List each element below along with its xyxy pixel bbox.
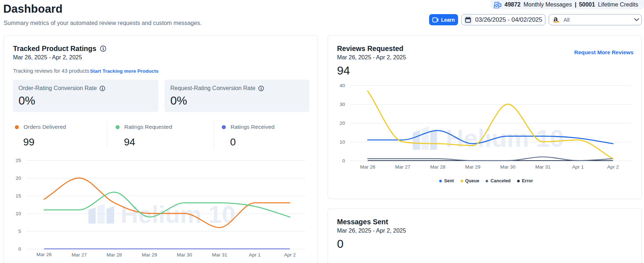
- svg-text:Apr 2: Apr 2: [607, 164, 619, 170]
- svg-text:Mar 30: Mar 30: [500, 164, 515, 170]
- svg-text:Mar 29: Mar 29: [465, 164, 481, 170]
- svg-text:15: 15: [16, 193, 21, 199]
- svg-text:Mar 30: Mar 30: [177, 252, 192, 258]
- svg-text:Mar 31: Mar 31: [212, 252, 227, 258]
- svg-text:Apr 2: Apr 2: [284, 252, 296, 258]
- svg-text:5: 5: [18, 229, 21, 234]
- svg-text:a: a: [553, 16, 558, 23]
- svg-text:Helium 10: Helium 10: [121, 201, 236, 228]
- svg-text:Helium 10: Helium 10: [446, 124, 564, 152]
- svg-text:Mar 27: Mar 27: [395, 164, 410, 170]
- svg-text:Mar 28: Mar 28: [430, 164, 445, 170]
- svg-text:10: 10: [16, 211, 21, 216]
- svg-text:40: 40: [340, 83, 345, 88]
- svg-text:Apr 1: Apr 1: [249, 252, 261, 258]
- svg-text:Mar 28: Mar 28: [107, 252, 122, 258]
- svg-text:Mar 31: Mar 31: [535, 164, 550, 170]
- svg-text:Apr 1: Apr 1: [572, 164, 584, 170]
- svg-text:Mar 27: Mar 27: [71, 252, 87, 258]
- svg-text:25: 25: [16, 158, 21, 163]
- svg-text:30: 30: [340, 102, 345, 107]
- svg-text:0: 0: [18, 246, 21, 252]
- svg-text:10: 10: [340, 139, 345, 145]
- svg-text:Mar 26: Mar 26: [360, 164, 375, 170]
- svg-text:20: 20: [340, 120, 345, 126]
- svg-text:0: 0: [342, 158, 345, 164]
- svg-text:Mar 29: Mar 29: [142, 252, 157, 258]
- svg-text:Mar 26: Mar 26: [36, 252, 51, 257]
- svg-text:20: 20: [16, 175, 21, 181]
